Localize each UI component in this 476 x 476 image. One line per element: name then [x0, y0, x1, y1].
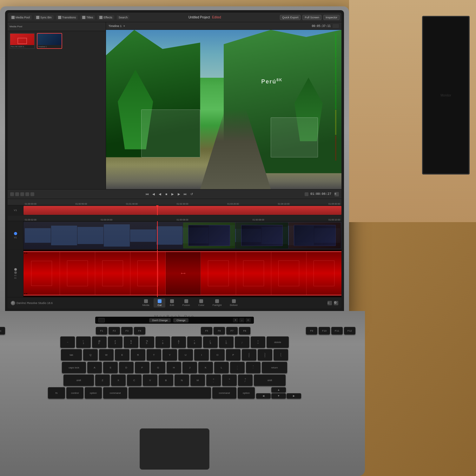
tab-edit[interactable]: Edit [166, 298, 178, 307]
n-key[interactable]: N [175, 374, 189, 386]
f9-key[interactable]: F9 [306, 327, 317, 334]
b-key[interactable]: B [159, 374, 173, 386]
g-key[interactable]: G [151, 362, 165, 373]
trackpad[interactable] [140, 428, 209, 470]
sync-bin-button[interactable]: Sync Bin [34, 15, 54, 20]
tab-cut[interactable]: Cut [154, 298, 165, 307]
8-key[interactable]: *8 [187, 336, 202, 348]
timeline-right-tool[interactable] [305, 192, 308, 196]
go-to-start-button[interactable]: ⏮ [145, 192, 150, 197]
f11-key[interactable]: F11 [331, 327, 343, 334]
siri-icon[interactable]: ⊙ [246, 318, 251, 322]
2-key[interactable]: @2 [92, 336, 107, 348]
dont-change-button[interactable]: Don't Change [149, 318, 171, 322]
slash-key[interactable]: ?/ [238, 374, 253, 386]
timeline-tool-1[interactable] [10, 192, 14, 196]
i-key[interactable]: I [194, 349, 209, 360]
f3-key[interactable]: F3 [121, 327, 133, 334]
f10-key[interactable]: F10 [319, 327, 330, 334]
esc-key[interactable]: esc [0, 327, 5, 334]
right-arrow-key[interactable]: ▶ [287, 393, 301, 399]
left-option-key[interactable]: option [85, 387, 102, 399]
close-bracket-key[interactable]: }] [258, 349, 272, 360]
f4-key[interactable]: F4 [134, 327, 145, 334]
m-key[interactable]: M [190, 374, 205, 386]
up-arrow-key[interactable]: ▲ [271, 387, 286, 393]
f5-key[interactable]: F5 [201, 327, 212, 334]
tab-color[interactable]: Color [195, 298, 208, 307]
home-icon[interactable]: ⌂ [327, 301, 332, 305]
a-key[interactable]: A [87, 362, 102, 373]
f6-key[interactable]: F6 [214, 327, 225, 334]
p-key[interactable]: P [226, 349, 241, 360]
c-key[interactable]: C [127, 374, 142, 386]
f2-key[interactable]: F2 [109, 327, 120, 334]
right-option-key[interactable]: option [238, 387, 255, 399]
video-clip-v1[interactable] [23, 206, 341, 215]
f-key[interactable]: F [135, 362, 149, 373]
backslash-key[interactable]: |\ [274, 349, 288, 360]
transitions-button[interactable]: Transitions [56, 15, 78, 20]
tab-media[interactable]: Media [139, 298, 153, 307]
comma-key[interactable]: <, [206, 374, 221, 386]
filmstrip-ctrl-1[interactable] [14, 268, 17, 271]
9-key[interactable]: (9 [203, 336, 218, 348]
timeline-menu-button[interactable]: ≡ [334, 192, 339, 196]
left-arrow-key[interactable]: ◀ [256, 393, 271, 399]
4-key[interactable]: $4 [124, 336, 138, 348]
1-key[interactable]: !1 [76, 336, 91, 348]
0-key[interactable]: )0 [219, 336, 234, 348]
z-key[interactable]: Z [95, 374, 110, 386]
l-key[interactable]: L [214, 362, 229, 373]
q-key[interactable]: Q [83, 349, 98, 360]
period-key[interactable]: >. [222, 374, 237, 386]
tab-fairlight[interactable]: Fairlight [209, 298, 225, 307]
waveform-clip[interactable] [23, 222, 341, 249]
media-item-timeline[interactable]: Timeline 1 [37, 33, 62, 49]
quick-export-button[interactable]: Quick Export [280, 15, 301, 20]
w-key[interactable]: W [99, 349, 114, 360]
full-screen-button[interactable]: Full Screen [302, 15, 321, 20]
go-to-end-button[interactable]: ⏭ [183, 192, 188, 197]
open-bracket-key[interactable]: {[ [242, 349, 256, 360]
timeline-tool-3[interactable] [20, 192, 24, 196]
settings-icon[interactable]: ⚙ [334, 301, 338, 305]
h-key[interactable]: H [167, 362, 181, 373]
volume-icon[interactable]: ♪ [239, 318, 244, 322]
x-key[interactable]: X [111, 374, 126, 386]
f8-key[interactable]: F8 [239, 327, 250, 334]
right-command-key[interactable]: command [212, 387, 236, 399]
7-key[interactable]: &7 [171, 336, 186, 348]
5-key[interactable]: %5 [140, 336, 154, 348]
j-key[interactable]: J [182, 362, 197, 373]
v-key[interactable]: V [143, 374, 157, 386]
step-forward-button[interactable]: ▶ [176, 192, 182, 197]
down-arrow-key[interactable]: ▼ [271, 393, 286, 399]
delete-key[interactable]: delete [267, 336, 289, 348]
tab-key[interactable]: tab [61, 349, 82, 360]
f1-key[interactable]: F1 [96, 327, 107, 334]
play-button[interactable]: ▶ [170, 192, 175, 197]
k-key[interactable]: K [198, 362, 213, 373]
plus-key[interactable]: += [251, 336, 265, 348]
inspector-button[interactable]: Inspector [323, 15, 340, 20]
quote-key[interactable]: "' [246, 362, 261, 373]
step-back-button[interactable]: ◀ [151, 192, 156, 197]
s-key[interactable]: S [103, 362, 118, 373]
red-filmstrip[interactable]: ⟷ [23, 251, 341, 295]
caps-lock-key[interactable]: caps lock [62, 362, 86, 373]
y-key[interactable]: Y [162, 349, 177, 360]
timeline-tool-2[interactable] [15, 192, 19, 196]
media-item-peru[interactable]: Peru 8K HDR 6... [10, 33, 35, 49]
loop-button[interactable]: ↺ [189, 192, 194, 197]
stop-button[interactable]: ■ [164, 192, 169, 197]
right-shift-key[interactable]: shift [254, 374, 286, 386]
tab-deliver[interactable]: Deliver [226, 298, 241, 307]
control-key[interactable]: control [66, 387, 83, 399]
effects-button[interactable]: Effects [97, 15, 114, 20]
backtick-key[interactable]: ~ [60, 336, 75, 348]
brightness-icon[interactable]: ☀ [233, 318, 238, 322]
filmstrip-ctrl-2[interactable] [14, 271, 17, 274]
6-key[interactable]: ^6 [155, 336, 170, 348]
search-button[interactable]: Search [117, 15, 130, 20]
